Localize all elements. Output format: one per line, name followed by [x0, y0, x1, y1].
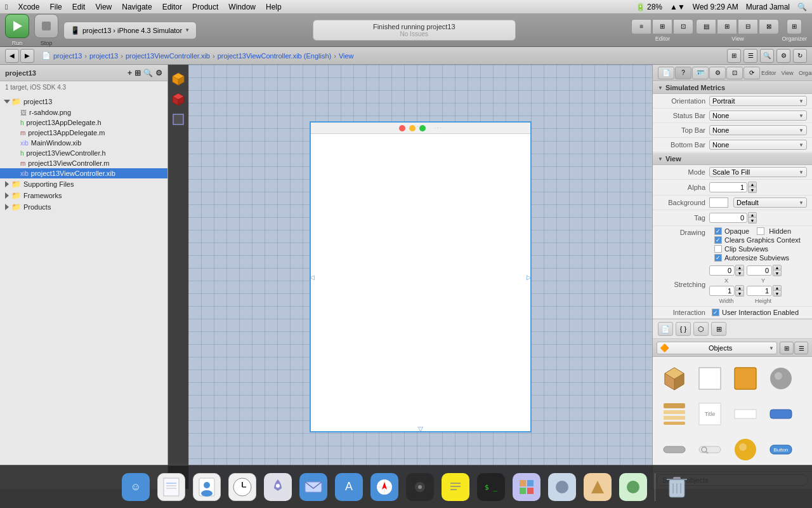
stretch-y-input[interactable]	[747, 265, 772, 276]
dock-item-mail[interactable]	[297, 471, 330, 504]
obj-item-sphere-gray[interactable]	[764, 362, 797, 395]
menu-help[interactable]: Help	[266, 3, 282, 11]
inspector-tab-identity[interactable]: 🪪	[692, 67, 709, 79]
sidebar-icon-filter[interactable]: ⊞	[134, 69, 141, 77]
obj-item-rect-white[interactable]	[693, 362, 726, 395]
nav-icon-1[interactable]: ⊞	[727, 49, 741, 63]
editor-btn-2[interactable]: ⊞	[652, 19, 672, 34]
inspector-tab-size[interactable]: ⊡	[726, 67, 743, 79]
dock-item-terminal[interactable]: $ _	[475, 471, 508, 504]
window-close-dot[interactable]	[399, 125, 405, 131]
alpha-value[interactable]: ▲ ▼	[709, 182, 807, 193]
bottom-icon-grid[interactable]: ⊞	[711, 322, 726, 336]
stop-button[interactable]	[34, 14, 58, 38]
stretch-y-up[interactable]: ▲	[773, 265, 782, 271]
color-swatch[interactable]	[709, 197, 728, 208]
menu-navigate[interactable]: Navigate	[122, 3, 152, 11]
orientation-select[interactable]: Portrait ▼	[709, 96, 807, 106]
bottom-icon-file[interactable]: 📄	[658, 322, 673, 336]
stretch-x-up[interactable]: ▲	[735, 265, 744, 271]
panel-icon-square[interactable]	[169, 110, 187, 128]
dock-item-app3[interactable]	[617, 471, 650, 504]
dock-item-contacts[interactable]	[190, 471, 223, 504]
obj-item-sphere-yellow[interactable]	[729, 433, 762, 466]
autoresize-checkbox[interactable]: ✓	[714, 254, 722, 262]
inspector-tab-quick-help[interactable]: ?	[675, 67, 691, 79]
stretch-x-down[interactable]: ▼	[735, 271, 744, 276]
dock-item-notes[interactable]	[439, 471, 472, 504]
status-bar-value[interactable]: None ▼	[709, 110, 807, 121]
mode-value[interactable]: Scale To Fill ▼	[709, 167, 807, 177]
bottom-icon-code[interactable]: { }	[676, 322, 691, 336]
dock-item-appstore[interactable]: A	[332, 471, 365, 504]
menu-view[interactable]: View	[95, 3, 112, 11]
dock-item-trash[interactable]	[660, 471, 693, 504]
right-resize-handle[interactable]: ▷	[527, 274, 532, 281]
stretch-y-down[interactable]: ▼	[773, 271, 782, 276]
bottom-icon-3d[interactable]: ⬡	[693, 322, 709, 336]
obj-item-rect-white-2[interactable]: Title	[693, 398, 726, 431]
obj-item-rect-white-3[interactable]	[729, 398, 762, 431]
status-bar-select[interactable]: None ▼	[709, 110, 807, 121]
menu-editor[interactable]: Editor	[162, 3, 182, 11]
inspector-tab-connections[interactable]: ⟳	[743, 67, 760, 79]
tree-item-supporting[interactable]: 📁 Supporting Files	[0, 178, 167, 190]
obj-item-btn-blue-2[interactable]: Button	[764, 433, 797, 466]
dock-item-textedit[interactable]	[155, 471, 188, 504]
obj-item-pill-gray[interactable]	[658, 433, 691, 466]
obj-item-table[interactable]	[658, 398, 691, 431]
alpha-step-down[interactable]: ▼	[748, 187, 757, 193]
tag-step-up[interactable]: ▲	[748, 212, 757, 218]
dock-item-clock[interactable]	[226, 471, 259, 504]
breadcrumb-item-4[interactable]: View	[339, 52, 354, 60]
mode-select[interactable]: Scale To Fill ▼	[709, 167, 807, 177]
scheme-selector[interactable]: 📱 project13 › iPhone 4.3 Simulator ▼	[63, 22, 197, 39]
sidebar-icon-search[interactable]: 🔍	[143, 69, 153, 77]
nav-icon-5[interactable]: ↻	[793, 49, 807, 63]
nav-icon-3[interactable]: 🔍	[760, 49, 774, 63]
nav-back-btn[interactable]: ◀	[5, 49, 19, 63]
run-button[interactable]	[5, 14, 29, 38]
bottom-bar-value[interactable]: None ▼	[709, 140, 807, 150]
tree-item-delegate-h[interactable]: h project13AppDelegate.h	[0, 117, 167, 128]
menu-xcode[interactable]: Xcode	[18, 3, 39, 11]
objects-list-view-btn[interactable]: ☰	[794, 342, 808, 354]
obj-item-rect-orange[interactable]	[729, 362, 762, 395]
editor-btn-1[interactable]: ≡	[631, 19, 652, 34]
sidebar-icon-plus[interactable]: +	[128, 69, 132, 77]
background-select[interactable]: Default ▼	[733, 197, 807, 208]
tree-item-delegate-m[interactable]: m project13AppDelegate.m	[0, 128, 167, 138]
stretch-w-up[interactable]: ▲	[735, 285, 744, 291]
obj-item-btn-blue[interactable]	[764, 398, 797, 431]
left-resize-handle[interactable]: ◁	[310, 274, 315, 281]
obj-item-search-bar[interactable]	[693, 433, 726, 466]
dock-item-windows[interactable]	[510, 471, 543, 504]
editor-btn-3[interactable]: ⊡	[673, 19, 693, 34]
hidden-checkbox[interactable]	[757, 227, 764, 235]
clip-subviews-checkbox[interactable]	[714, 245, 722, 253]
nav-icon-4[interactable]: ⚙	[776, 49, 790, 63]
dock-item-safari[interactable]	[368, 471, 401, 504]
tree-item-frameworks[interactable]: 📁 Frameworks	[0, 190, 167, 201]
objects-grid-view-btn[interactable]: ⊞	[780, 342, 794, 354]
stretch-w-down[interactable]: ▼	[735, 291, 744, 297]
obj-item-cube[interactable]	[658, 362, 691, 395]
panel-icon-cube[interactable]	[169, 70, 187, 88]
alpha-step-up[interactable]: ▲	[748, 182, 757, 187]
top-bar-value[interactable]: None ▼	[709, 125, 807, 135]
view-btn-3[interactable]: ⊟	[738, 19, 758, 34]
stretch-h-down[interactable]: ▼	[773, 291, 782, 297]
dock-item-app1[interactable]	[546, 471, 579, 504]
dock-item-app2[interactable]	[581, 471, 614, 504]
tree-item-vc-h[interactable]: h project13ViewController.h	[0, 148, 167, 158]
stretch-x-input[interactable]	[709, 265, 735, 276]
dock-item-music[interactable]	[403, 471, 436, 504]
canvas-area[interactable]: · · · ··· ◁ ▷ ▽ 2 1 4 3	[188, 65, 652, 489]
inspector-tab-attributes[interactable]: ⚙	[709, 67, 726, 79]
menu-file[interactable]: File	[49, 3, 62, 11]
window-minimize-dot[interactable]	[409, 125, 416, 131]
breadcrumb-item-3[interactable]: project13ViewController.xib (English)	[218, 52, 332, 60]
tree-item-vc-xib[interactable]: xib project13ViewController.xib	[0, 168, 167, 178]
panel-icon-cube-red[interactable]	[169, 90, 187, 108]
tree-item-vc-m[interactable]: m project13ViewController.m	[0, 158, 167, 168]
